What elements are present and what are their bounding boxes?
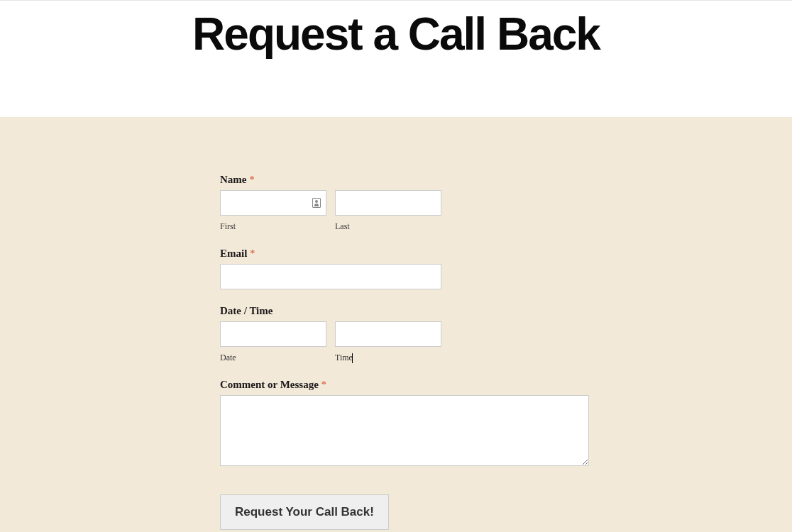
required-indicator: *: [321, 379, 327, 390]
first-name-subfield: First: [220, 190, 326, 232]
time-input[interactable]: [335, 321, 441, 347]
last-name-input[interactable]: [335, 190, 441, 216]
email-label-text: Email: [220, 248, 247, 259]
first-name-sublabel: First: [220, 221, 326, 232]
first-name-input[interactable]: [220, 190, 326, 216]
last-name-subfield: Last: [335, 190, 441, 232]
email-label: Email *: [220, 248, 589, 260]
last-name-sublabel: Last: [335, 221, 441, 232]
comment-label: Comment or Message *: [220, 379, 589, 391]
first-name-wrap: [220, 190, 326, 216]
name-label: Name *: [220, 174, 589, 186]
form-section: Name * First Last Email: [0, 117, 792, 532]
time-subfield: Time: [335, 321, 441, 363]
text-cursor: [352, 353, 353, 363]
name-field-group: Name * First Last: [220, 174, 589, 232]
datetime-field-group: Date / Time Date Time: [220, 305, 589, 363]
page-header: Request a Call Back: [0, 0, 792, 117]
comment-field-group: Comment or Message *: [220, 379, 589, 469]
email-field-group: Email *: [220, 248, 589, 289]
callback-form: Name * First Last Email: [220, 174, 589, 530]
date-sublabel: Date: [220, 353, 326, 363]
time-sublabel: Time: [335, 353, 441, 363]
comment-label-text: Comment or Message: [220, 379, 319, 390]
required-indicator: *: [250, 248, 255, 259]
required-indicator: *: [249, 174, 255, 185]
date-input[interactable]: [220, 321, 326, 347]
name-label-text: Name: [220, 174, 247, 185]
email-input[interactable]: [220, 264, 441, 289]
datetime-label: Date / Time: [220, 305, 589, 317]
comment-textarea[interactable]: [220, 395, 589, 466]
name-row: First Last: [220, 190, 589, 232]
page-title: Request a Call Back: [0, 8, 792, 60]
contact-icon: [312, 198, 321, 208]
date-subfield: Date: [220, 321, 326, 363]
datetime-row: Date Time: [220, 321, 589, 363]
submit-button[interactable]: Request Your Call Back!: [220, 494, 389, 530]
